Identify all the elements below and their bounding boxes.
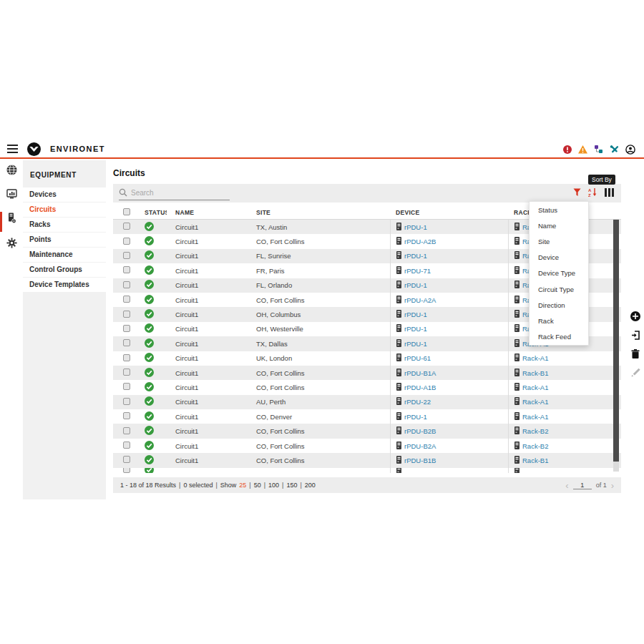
row-checkbox[interactable] xyxy=(123,238,130,245)
row-checkbox[interactable] xyxy=(123,398,130,405)
columns-icon[interactable] xyxy=(605,188,614,197)
device-link[interactable]: rPDU-B2A xyxy=(404,442,436,450)
device-link[interactable]: rPDU-1 xyxy=(404,223,427,231)
prev-page-icon[interactable]: ‹ xyxy=(565,481,568,490)
sidebar-item-devices[interactable]: Devices xyxy=(23,187,106,202)
device-link[interactable]: rPDU-22 xyxy=(404,398,431,406)
network-status-icon[interactable] xyxy=(594,145,603,154)
globe-icon[interactable] xyxy=(0,160,23,179)
show-option-150[interactable]: 150 xyxy=(286,482,297,489)
sort-option-name[interactable]: Name xyxy=(530,218,588,233)
edit-button[interactable] xyxy=(631,367,640,380)
row-checkbox[interactable] xyxy=(123,468,130,473)
sidebar-item-racks[interactable]: Racks xyxy=(23,218,106,232)
sidebar-item-points[interactable]: Points xyxy=(23,233,106,247)
device-link[interactable]: rPDU-1 xyxy=(404,252,427,260)
name-cell: Circuit1 xyxy=(167,281,248,289)
row-checkbox[interactable] xyxy=(123,441,130,449)
rack-link[interactable]: Rack-A1 xyxy=(522,413,548,421)
sidebar-item-control-groups[interactable]: Control Groups xyxy=(23,263,106,277)
pdu-icon xyxy=(396,353,401,363)
device-link[interactable]: rPDU-1 xyxy=(404,311,427,318)
account-icon[interactable] xyxy=(625,145,635,155)
sort-option-circuit-type[interactable]: Circuit Type xyxy=(530,281,588,297)
tools-icon[interactable] xyxy=(610,145,619,154)
page-input[interactable] xyxy=(573,482,592,489)
device-link[interactable]: rPDU-1 xyxy=(404,340,427,348)
column-header-name[interactable]: NAME xyxy=(167,209,248,216)
scrollbar-thumb[interactable] xyxy=(613,220,619,462)
rack-link[interactable]: Rack-B2 xyxy=(522,427,548,435)
row-checkbox[interactable] xyxy=(123,325,130,332)
rack-link[interactable]: Rack-B1 xyxy=(522,457,548,464)
device-link[interactable]: rPDU-71 xyxy=(404,267,431,275)
sort-option-device[interactable]: Device xyxy=(530,250,588,265)
pdu-icon xyxy=(396,310,401,319)
sort-option-rack[interactable]: Rack xyxy=(530,313,588,328)
device-link[interactable]: rPDU-61 xyxy=(404,354,431,362)
sort-option-rack-feed[interactable]: Rack Feed xyxy=(530,329,588,345)
device-link[interactable]: rPDU-B1A xyxy=(404,369,436,377)
status-ok-icon xyxy=(145,441,154,452)
device-link[interactable]: rPDU-B2B xyxy=(404,427,436,435)
column-header-site[interactable]: SITE xyxy=(248,209,390,216)
row-checkbox[interactable] xyxy=(123,339,130,346)
row-checkbox[interactable] xyxy=(123,383,130,390)
sidebar-item-device-templates[interactable]: Device Templates xyxy=(23,278,106,292)
row-checkbox[interactable] xyxy=(123,266,130,273)
device-link[interactable]: rPDU-1 xyxy=(404,325,427,333)
show-option-25[interactable]: 25 xyxy=(239,482,246,489)
add-button[interactable] xyxy=(630,311,640,324)
show-option-50[interactable]: 50 xyxy=(254,482,261,489)
sidebar-item-circuits[interactable]: Circuits xyxy=(23,203,106,217)
filter-icon[interactable] xyxy=(573,188,581,197)
show-option-200[interactable]: 200 xyxy=(305,482,316,489)
row-checkbox[interactable] xyxy=(123,252,130,259)
device-link[interactable]: rPDU-1 xyxy=(404,413,427,421)
sort-option-device-type[interactable]: Device Type xyxy=(530,265,588,281)
row-checkbox[interactable] xyxy=(123,296,130,303)
warning-icon[interactable] xyxy=(578,145,587,154)
rack-link[interactable]: Rack-A1 xyxy=(522,398,548,406)
device-link[interactable]: rPDU-B1B xyxy=(404,457,436,464)
row-checkbox[interactable] xyxy=(123,223,130,230)
device-link[interactable]: rPDU-1 xyxy=(404,281,427,289)
sort-option-status[interactable]: Status xyxy=(530,202,588,218)
row-checkbox[interactable] xyxy=(123,369,130,376)
alarm-icon[interactable] xyxy=(563,145,572,154)
delete-button[interactable] xyxy=(631,348,640,361)
row-checkbox[interactable] xyxy=(123,412,130,419)
scrollbar-track[interactable] xyxy=(613,220,619,472)
row-checkbox-cell xyxy=(113,325,135,333)
rack-link[interactable]: Rack-A1 xyxy=(522,354,548,362)
device-link[interactable]: rPDU-A1B xyxy=(404,384,436,391)
device-link[interactable]: rPDU-A2B xyxy=(404,238,436,245)
row-checkbox[interactable] xyxy=(123,456,130,463)
rack-link[interactable]: Rack-B1 xyxy=(522,369,548,377)
status-cell xyxy=(135,236,167,247)
search-input[interactable] xyxy=(127,189,230,197)
sort-icon[interactable]: AZ xyxy=(588,187,597,197)
select-all-checkbox[interactable] xyxy=(123,208,130,215)
column-header-device[interactable]: DEVICE xyxy=(390,206,508,219)
row-checkbox[interactable] xyxy=(123,311,130,318)
row-checkbox[interactable] xyxy=(123,281,130,288)
sort-option-site[interactable]: Site xyxy=(530,233,588,249)
equipment-icon[interactable] xyxy=(0,209,23,228)
search-box xyxy=(119,186,230,200)
row-checkbox[interactable] xyxy=(123,354,130,361)
dashboard-icon[interactable] xyxy=(0,185,23,203)
sidebar-item-maintenance[interactable]: Maintenance xyxy=(23,248,106,262)
menu-icon[interactable] xyxy=(7,145,18,155)
row-checkbox[interactable] xyxy=(123,427,130,434)
export-button[interactable] xyxy=(631,330,640,343)
next-page-icon[interactable]: › xyxy=(611,481,614,490)
rack-link[interactable]: Rack-A1 xyxy=(522,384,548,391)
rack-link[interactable]: Rack-B2 xyxy=(522,442,548,450)
show-option-100[interactable]: 100 xyxy=(268,482,279,489)
table-row: Circuit1CO, Fort CollinsrPDU-A1BRack-A1 xyxy=(113,380,621,394)
device-link[interactable]: rPDU-A2A xyxy=(404,296,436,304)
sort-option-direction[interactable]: Direction xyxy=(530,297,588,313)
column-header-status[interactable]: STATUS xyxy=(135,209,167,216)
settings-gear-icon[interactable] xyxy=(0,233,23,252)
